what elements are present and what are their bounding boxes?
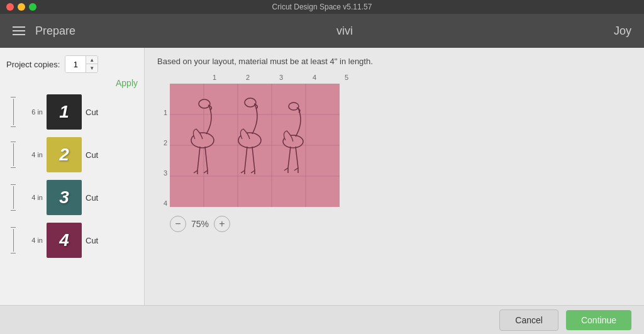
maximize-button[interactable] <box>29 3 36 11</box>
cancel-button[interactable]: Cancel <box>499 309 558 331</box>
apply-button[interactable]: Apply <box>116 78 138 88</box>
ruler-top-2: 2 <box>246 74 250 81</box>
copies-down-button[interactable]: ▼ <box>86 64 97 72</box>
mat-thumbnail-1: 1 <box>47 94 82 130</box>
ruler-top-5: 5 <box>345 74 348 81</box>
toolbar: Prepare vivi Joy <box>0 14 644 48</box>
mat-size-1: 6 in <box>24 108 43 116</box>
project-copies-row: Project copies: ▲ ▼ <box>6 55 138 73</box>
size-bracket-2 <box>6 142 20 168</box>
zoom-decrease-button[interactable]: − <box>170 216 186 232</box>
ruler-left-4: 4 <box>164 199 167 207</box>
mat-thumbnail-4: 4 <box>47 223 82 258</box>
copies-input[interactable] <box>65 56 86 72</box>
left-ruler: 1 2 3 4 <box>157 84 170 207</box>
mat-action-4: Cut <box>86 236 98 245</box>
user-label: vivi <box>336 25 353 38</box>
copies-arrows: ▲ ▼ <box>86 56 97 72</box>
mat-item-3: 4 in 3 Cut <box>6 180 138 215</box>
size-bracket-1 <box>6 97 20 127</box>
mat-size-2: 4 in <box>24 151 43 159</box>
prepare-label: Prepare <box>35 25 75 38</box>
copies-input-group: ▲ ▼ <box>65 55 98 73</box>
mat-number-2: 2 <box>59 145 69 165</box>
footer: Cancel Continue <box>0 305 644 334</box>
ruler-top-4: 4 <box>313 74 316 81</box>
grid-with-ruler: 1 2 3 4 <box>157 84 631 209</box>
menu-icon[interactable] <box>13 26 25 35</box>
size-bracket-4 <box>6 227 20 253</box>
svg-point-17 <box>245 98 256 107</box>
mat-item-2: 4 in 2 Cut <box>6 137 138 172</box>
project-copies-label: Project copies: <box>6 60 60 69</box>
mat-number-4: 4 <box>59 230 69 250</box>
sidebar: Project copies: ▲ ▼ Apply 6 in 1 Cut <box>0 48 145 305</box>
mat-action-1: Cut <box>86 108 98 117</box>
traffic-lights <box>6 3 36 11</box>
ruler-left-1: 1 <box>164 109 167 116</box>
main-content: Project copies: ▲ ▼ Apply 6 in 1 Cut <box>0 48 644 305</box>
ruler-top-1: 1 <box>213 74 216 81</box>
mat-item-4: 4 in 4 Cut <box>6 223 138 258</box>
minimize-button[interactable] <box>18 3 25 11</box>
ruler-top-3: 3 <box>279 74 283 81</box>
mat-thumbnail-2: 2 <box>47 137 82 172</box>
mat-size-4: 4 in <box>24 237 43 244</box>
zoom-increase-button[interactable]: + <box>214 216 230 232</box>
info-text: Based on your layout, material must be a… <box>157 57 631 66</box>
grid-wrapper: 1 2 3 4 5 1 2 3 4 <box>157 74 631 232</box>
app-title: Cricut Design Space v5.11.57 <box>272 3 372 11</box>
account-label: Joy <box>614 25 631 38</box>
toolbar-left: Prepare <box>13 25 75 38</box>
ruler-left-2: 2 <box>164 139 167 147</box>
svg-point-9 <box>199 99 210 108</box>
size-bracket-3 <box>6 184 20 211</box>
content-panel: Based on your layout, material must be a… <box>145 48 644 305</box>
mat-action-2: Cut <box>86 150 98 160</box>
title-bar: Cricut Design Space v5.11.57 <box>0 0 644 14</box>
mat-grid-container <box>170 84 340 209</box>
mat-grid-svg <box>170 84 340 207</box>
close-button[interactable] <box>6 3 14 11</box>
mat-number-3: 3 <box>59 187 69 208</box>
ruler-left-3: 3 <box>164 169 167 177</box>
copies-up-button[interactable]: ▲ <box>86 56 97 64</box>
mat-size-3: 4 in <box>24 194 43 201</box>
continue-button[interactable]: Continue <box>566 310 631 330</box>
mat-number-1: 1 <box>59 102 69 122</box>
mat-thumbnail-3: 3 <box>47 180 82 215</box>
mat-action-3: Cut <box>86 193 98 203</box>
mat-item-1: 6 in 1 Cut <box>6 94 138 130</box>
svg-point-25 <box>289 103 299 110</box>
zoom-level: 75% <box>191 219 209 229</box>
zoom-controls: − 75% + <box>170 216 631 232</box>
